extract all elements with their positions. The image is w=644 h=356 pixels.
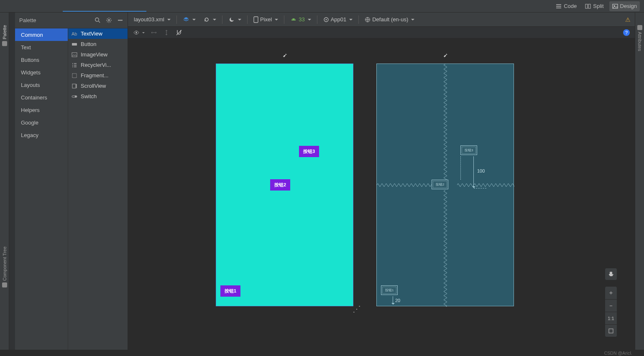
blueprint-device-frame: 按钮2 按钮3 100 [376,64,514,306]
palette-cat-common[interactable]: Common [15,28,68,41]
palette-cat-label: Buttons [21,57,39,63]
palette-items: Ab TextView Button ImageView RecyclerVi.… [68,28,128,350]
zoom-reset-button[interactable]: 1:1 [605,312,617,324]
night-mode-icon [228,16,235,23]
rail-palette-label: Palette [2,25,7,39]
rail-attributes-tab[interactable]: Attributes [637,25,642,51]
status-footer: CSDN @AricI. [0,350,644,356]
view-code-button[interactable]: Code [553,1,580,11]
palette-cat-helpers[interactable]: Helpers [15,104,68,116]
blueprint-button-label: 按钮3 [465,148,473,153]
toolbar-separator [284,15,284,24]
design-area: layout03.xml Pixel 33 [128,13,635,350]
gear-icon[interactable] [106,17,112,23]
minimize-icon[interactable] [117,17,123,23]
zoom-in-button[interactable]: ＋ [605,287,617,299]
constraint-guide-dashed [474,188,486,188]
design-device-frame: 按钮3 按钮2 按钮1 ⋰ [216,64,353,306]
palette-item-label: ScrollView [81,83,106,89]
left-tool-rail: Palette Component Tree [0,13,9,350]
palette-item-switch[interactable]: Switch [68,91,128,102]
textview-icon: Ab [72,31,77,37]
resize-handle-icon[interactable]: ⋰ [353,304,361,314]
svg-rect-13 [76,84,77,88]
design-surface-dropdown[interactable] [181,15,197,24]
locale-selector-label: Default (en-us) [372,16,408,23]
orientation-dropdown[interactable] [202,15,218,24]
warning-icon[interactable]: ⚠ [625,16,631,23]
palette-title: Palette [19,17,36,23]
code-lines-icon [556,3,562,9]
locale-selector[interactable]: Default (en-us) [363,15,416,23]
preview-button-1[interactable]: 按钮1 [220,285,240,297]
device-selector[interactable]: Pixel [252,15,280,24]
blueprint-button-2[interactable]: 按钮2 [432,180,448,189]
device-options-icon[interactable] [443,53,448,59]
palette-item-label: Fragment... [81,72,108,79]
design-preview-surface[interactable]: 按钮3 按钮2 按钮1 [216,64,353,306]
api-selector[interactable]: 33 [289,15,312,23]
zoom-fit-button[interactable] [605,324,617,337]
svg-rect-26 [609,329,613,333]
arrow-down-icon [472,186,475,190]
palette-item-textview[interactable]: Ab TextView [68,28,128,39]
view-split-label: Split [593,3,603,9]
pan-tool-button[interactable] [605,268,617,280]
palette-cat-containers[interactable]: Containers [15,91,68,104]
palette-cat-widgets[interactable]: Widgets [15,66,68,79]
horizontal-expand-icon[interactable] [151,29,157,36]
blueprint-button-3[interactable]: 按钮3 [460,145,477,155]
constraint-spring [443,64,447,180]
palette-cat-text[interactable]: Text [15,41,68,53]
switch-icon [72,94,77,99]
constraint-spring [377,183,432,187]
palette-cat-layouts[interactable]: Layouts [15,79,68,91]
phone-icon [253,16,258,23]
view-design-button[interactable]: Design [609,1,640,11]
preview-button-2[interactable]: 按钮2 [270,179,290,191]
button-icon [72,41,77,47]
constraint-margin-value: 100 [477,168,485,173]
theme-selector-label: App01 [331,16,347,23]
svg-point-20 [294,19,295,20]
zoom-out-button[interactable]: － [605,299,617,312]
search-icon[interactable] [95,17,101,23]
palette-cat-legacy[interactable]: Legacy [15,129,68,141]
palette-cat-google[interactable]: Google [15,116,68,129]
svg-point-19 [292,19,293,20]
svg-rect-11 [72,74,77,78]
preview-button-3[interactable]: 按钮3 [299,146,319,157]
vertical-expand-icon[interactable] [163,29,170,36]
svg-rect-1 [588,4,590,8]
magnet-off-icon[interactable] [176,29,182,36]
blueprint-surface[interactable]: 按钮2 按钮3 100 [376,64,514,306]
help-icon[interactable]: ? [623,29,630,36]
palette-item-fragment[interactable]: Fragment... [68,70,128,81]
theme-selector[interactable]: App01 [322,15,355,23]
night-mode-dropdown[interactable] [227,15,243,24]
device-options-icon[interactable] [282,53,287,59]
file-selector[interactable]: layout03.xml [132,15,172,23]
active-file-tab-indicator [63,0,146,12]
palette-item-imageview[interactable]: ImageView [68,49,128,60]
view-split-button[interactable]: Split [582,1,606,11]
chevron-down-icon[interactable] [142,32,145,35]
zoom-panel: ＋ － 1:1 [605,286,617,337]
palette-item-scrollview[interactable]: ScrollView [68,81,128,91]
svg-point-4 [95,18,99,21]
palette-panel: Palette Common Text Buttons Widgets Layo… [15,13,128,350]
palette-item-recyclerview[interactable]: RecyclerVi... [68,60,128,70]
palette-item-button[interactable]: Button [68,39,128,49]
rail-component-tree-label: Component Tree [2,247,7,281]
palette-cat-buttons[interactable]: Buttons [15,53,68,66]
android-icon [290,17,297,23]
visibility-icon[interactable] [133,29,140,36]
blueprint-button-1[interactable]: 按钮1 [381,285,398,295]
rail-component-tree-tab[interactable]: Component Tree [2,247,7,287]
tree-rail-icon [2,282,7,287]
palette-cat-label: Legacy [21,132,38,138]
canvas-zone[interactable]: 按钮3 按钮2 按钮1 ⋰ 按钮2 [128,38,635,350]
rail-palette-tab[interactable]: Palette [2,25,7,46]
globe-icon [365,17,371,23]
palette-item-label: Button [81,41,97,47]
